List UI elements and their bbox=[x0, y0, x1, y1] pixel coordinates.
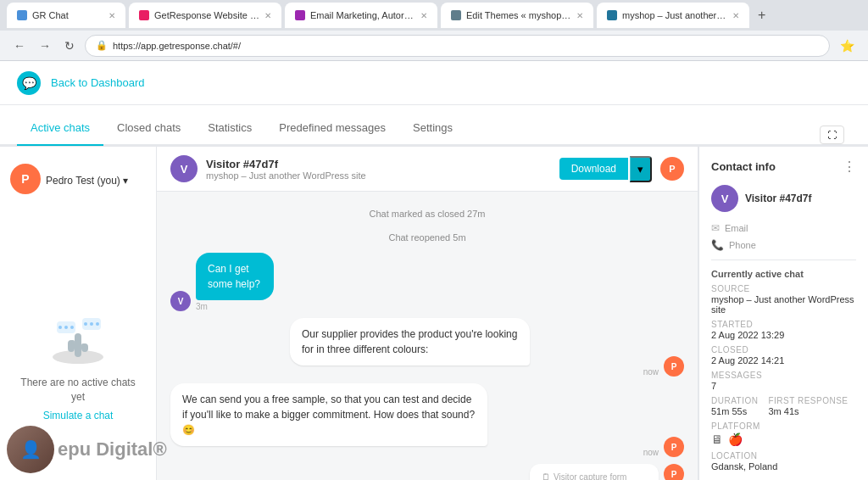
agent-name: Pedro Test (you) ▾ bbox=[46, 175, 128, 187]
messages-row: MESSAGES 7 bbox=[711, 371, 856, 391]
visitor-message: V Can I get some help? 3m bbox=[170, 253, 684, 311]
agent-msg-time-2: now bbox=[170, 448, 659, 457]
download-label: Download bbox=[571, 163, 616, 175]
tab-title-2: GetResponse Website Builder bbox=[154, 10, 259, 20]
phone-label: Phone bbox=[729, 240, 756, 250]
capture-form-label: 🗒 Visitor capture form bbox=[542, 472, 647, 480]
contact-name: Visitor #47d7f bbox=[745, 193, 811, 204]
tab-close-icon-4[interactable]: ✕ bbox=[576, 11, 583, 20]
download-dropdown-button[interactable]: ▾ bbox=[630, 156, 652, 182]
started-label: STARTED bbox=[711, 320, 856, 329]
email-label: Email bbox=[725, 223, 748, 233]
svg-point-13 bbox=[96, 322, 99, 326]
duration-value: 51m 55s bbox=[711, 406, 758, 416]
capture-form-row: 🗒 Visitor capture form Capture form disp… bbox=[170, 464, 684, 480]
tab-favicon bbox=[17, 10, 27, 20]
url-text: https://app.getresponse.chat/#/ bbox=[113, 41, 241, 51]
navigation-bar: ← → ↻ 🔒 https://app.getresponse.chat/#/ … bbox=[0, 31, 868, 61]
section-divider bbox=[711, 260, 856, 260]
download-btn-group: Download ▾ bbox=[559, 156, 652, 182]
visitor-site-header: myshop – Just another WordPress site bbox=[206, 170, 551, 181]
agent-avatar-capture: P bbox=[664, 464, 684, 480]
started-row: STARTED 2 Aug 2022 13:29 bbox=[711, 320, 856, 340]
platform-row: PLATFORM 🖥 🍎 bbox=[711, 421, 856, 446]
forward-button[interactable]: → bbox=[36, 36, 54, 56]
first-response-row: FIRST RESPONSE 3m 41s bbox=[768, 396, 848, 416]
tab-favicon-4 bbox=[451, 10, 461, 20]
back-button[interactable]: ← bbox=[10, 36, 29, 56]
chat-header: V Visitor #47d7f myshop – Just another W… bbox=[157, 147, 698, 192]
url-bar[interactable]: 🔒 https://app.getresponse.chat/#/ bbox=[85, 35, 830, 57]
agent-avatar-header: P bbox=[660, 157, 684, 181]
platform-icons: 🖥 🍎 bbox=[711, 433, 856, 446]
svg-point-11 bbox=[84, 322, 87, 326]
desktop-icon: 🖥 bbox=[711, 433, 723, 446]
tab-closed-chats[interactable]: Closed chats bbox=[103, 111, 194, 146]
first-response-value: 3m 41s bbox=[768, 406, 848, 416]
right-panel: Contact info ⋮ V Visitor #47d7f ✉ Email … bbox=[698, 147, 868, 480]
tab-close-icon-3[interactable]: ✕ bbox=[420, 11, 427, 20]
tab-gr-chat[interactable]: GR Chat ✕ bbox=[7, 3, 125, 28]
reload-button[interactable]: ↻ bbox=[61, 36, 78, 56]
svg-point-12 bbox=[90, 322, 93, 326]
messages-label: MESSAGES bbox=[711, 371, 856, 380]
agent-avatar-msg-1: P bbox=[664, 356, 684, 377]
content-wrapper: V Visitor #47d7f myshop – Just another W… bbox=[157, 147, 868, 480]
empty-state-text: There are no active chats yet bbox=[17, 376, 139, 405]
svg-point-7 bbox=[58, 326, 62, 329]
expand-button[interactable]: ⛶ bbox=[820, 126, 844, 144]
tab-statistics[interactable]: Statistics bbox=[194, 111, 265, 146]
tab-favicon-3 bbox=[295, 10, 305, 20]
email-field-row: ✉ Email bbox=[711, 222, 856, 234]
messages-area[interactable]: Chat marked as closed 27m Chat reopened … bbox=[157, 192, 698, 480]
contact-avatar-row: V Visitor #47d7f bbox=[711, 185, 856, 212]
tab-close-icon[interactable]: ✕ bbox=[108, 11, 115, 20]
tab-myshop[interactable]: myshop – Just another WordPre× ✕ bbox=[597, 3, 749, 28]
source-value: myshop – Just another WordPress site bbox=[711, 294, 856, 315]
closed-value: 2 Aug 2022 14:21 bbox=[711, 355, 856, 366]
tab-edit-themes[interactable]: Edit Themes « myshop — Wor... ✕ bbox=[441, 3, 593, 28]
agent-avatar: P bbox=[10, 164, 41, 194]
tab-active-chats[interactable]: Active chats bbox=[17, 111, 103, 146]
agent-avatar-msg-2: P bbox=[664, 437, 684, 457]
active-chat-section-title: Currently active chat bbox=[711, 269, 856, 279]
tab-settings[interactable]: Settings bbox=[399, 111, 466, 146]
back-to-dashboard-link[interactable]: Back to Dashboard bbox=[51, 76, 145, 89]
tab-email[interactable]: Email Marketing, Autoresponc... ✕ bbox=[285, 3, 437, 28]
panel-header: Contact info ⋮ bbox=[711, 159, 856, 175]
tab-favicon-2 bbox=[139, 10, 149, 20]
first-response-label: FIRST RESPONSE bbox=[768, 396, 848, 405]
user-photo: 👤 bbox=[7, 426, 54, 473]
extensions-button[interactable]: ⭐ bbox=[837, 36, 858, 56]
phone-field-row: 📞 Phone bbox=[711, 239, 856, 251]
panel-menu-icon[interactable]: ⋮ bbox=[843, 159, 856, 175]
started-value: 2 Aug 2022 13:29 bbox=[711, 330, 856, 340]
source-label: SOURCE bbox=[711, 284, 856, 293]
location-label: LOCATION bbox=[711, 451, 856, 460]
svg-rect-5 bbox=[81, 343, 85, 347]
tab-gr-website[interactable]: GetResponse Website Builder ✕ bbox=[129, 3, 281, 28]
app-logo: 💬 bbox=[17, 71, 41, 95]
chat-main: V Visitor #47d7f myshop – Just another W… bbox=[157, 147, 698, 480]
duration-label: DURATION bbox=[711, 396, 758, 405]
duration-row: DURATION 51m 55s bbox=[711, 396, 758, 416]
lock-icon: 🔒 bbox=[96, 40, 108, 51]
visitor-info: Visitor #47d7f myshop – Just another Wor… bbox=[206, 158, 551, 181]
closed-label: CLOSED bbox=[711, 345, 856, 354]
tab-close-icon-5[interactable]: ✕ bbox=[732, 11, 739, 20]
tab-predefined-messages[interactable]: Predefined messages bbox=[265, 111, 399, 146]
system-msg-reopened: Chat reopened 5m bbox=[170, 229, 684, 246]
download-button[interactable]: Download bbox=[559, 158, 628, 180]
tab-close-icon-2[interactable]: ✕ bbox=[264, 11, 271, 20]
new-tab-button[interactable]: + bbox=[753, 8, 771, 23]
agent-message-1: Our supplier provides the product you're… bbox=[170, 318, 684, 377]
visitor-avatar-header: V bbox=[170, 155, 198, 182]
svg-rect-1 bbox=[75, 333, 81, 357]
phone-icon: 📞 bbox=[711, 239, 724, 251]
empty-illustration bbox=[44, 315, 112, 366]
left-sidebar: P Pedro Test (you) ▾ bbox=[0, 147, 157, 480]
agent-msg-time-1: now bbox=[290, 367, 659, 377]
panel-title: Contact info bbox=[711, 160, 776, 173]
visitor-name-header: Visitor #47d7f bbox=[206, 158, 551, 170]
duration-response-row: DURATION 51m 55s FIRST RESPONSE 3m 41s bbox=[711, 396, 856, 421]
